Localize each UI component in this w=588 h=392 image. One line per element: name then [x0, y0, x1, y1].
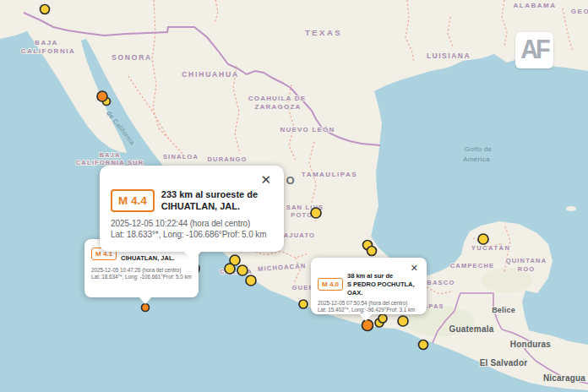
quake-marker[interactable]	[246, 275, 256, 286]
map-label: BAJA	[35, 39, 58, 46]
quake-popup-m40: ✕ M 4.0 38 km al sur de S PEDRO POCHUTLA…	[311, 258, 427, 314]
quake-marker[interactable]	[311, 208, 321, 218]
af-watermark-logo: AF	[515, 32, 553, 68]
map-label: NUEVO LEÓN	[280, 126, 335, 133]
quake-marker[interactable]	[398, 316, 408, 326]
quake-datetime: 2025-12-05 10:22:44 (hora del centro)	[111, 219, 274, 228]
cozumel-island	[566, 206, 576, 211]
map-label: ROO	[518, 265, 536, 273]
map-label: ALABAMA	[514, 2, 557, 9]
quake-marker[interactable]	[41, 5, 50, 14]
map-label: DURANGO	[207, 155, 247, 163]
af-watermark-text: AF	[520, 35, 548, 65]
map-canvas[interactable]: ALABAMAGEORGIATEXASLUISIANABAJACALIFORNI…	[0, 0, 588, 392]
magnitude-badge: M 4.0	[318, 278, 343, 291]
map-label: Belice	[492, 306, 515, 314]
popup-pointer	[183, 251, 202, 261]
map-label: COAHUILA DE	[248, 95, 306, 102]
popup-pointer	[359, 313, 373, 321]
quake-coordinates: Lat: 15.402°*, Long: -96.429°Prof: 3.1 k…	[318, 307, 422, 313]
quake-marker[interactable]	[478, 234, 488, 244]
map-label: QUINTANA	[506, 257, 547, 264]
map-label: América	[463, 155, 490, 163]
map-label: CALIFORNIA	[21, 47, 75, 55]
quake-popup-m44: ✕ M 4.4 233 km al suroeste de CIHUATLAN,…	[100, 166, 284, 252]
map-label: Nicaragua	[543, 373, 585, 383]
earthquake-map-app: ALABAMAGEORGIATEXASLUISIANABAJACALIFORNI…	[0, 0, 588, 392]
map-label: BAJA	[99, 151, 120, 159]
map-label: Honduras	[510, 340, 552, 349]
quake-location: 233 km al suroeste de CIHUATLAN, JAL.	[161, 188, 258, 213]
magnitude-badge: M 4.4	[111, 189, 155, 212]
popup-pointer	[139, 297, 152, 304]
quake-coordinates: Lat: 18.633°*, Long: -106.686°Prof: 5.0 …	[111, 230, 274, 239]
quake-datetime: 2025-12-05 07:50:54 (hora del centro)	[318, 300, 422, 306]
map-label: Guatemala	[449, 324, 494, 334]
quake-location: 38 km al sur de S PEDRO POCHUTLA, OAX.	[347, 272, 422, 297]
map-label: LUISIANA	[427, 52, 471, 60]
quake-marker[interactable]	[419, 340, 428, 350]
map-label: TEXAS	[305, 28, 342, 37]
quake-marker[interactable]	[362, 320, 373, 331]
map-label: ZARAGOZA	[255, 103, 302, 111]
quake-marker[interactable]	[237, 265, 248, 275]
quake-coordinates: Lat: 18.634°*, Long: -106.661°Prof: 5.0 …	[91, 274, 193, 280]
map-label: SINALOA	[163, 153, 199, 161]
map-label: GEORGIA	[571, 8, 588, 15]
quake-marker[interactable]	[225, 264, 235, 274]
quake-marker[interactable]	[97, 91, 107, 101]
map-label: CHIHUAHUA	[182, 70, 239, 79]
map-label: YUCATÁN	[471, 244, 511, 252]
quake-marker[interactable]	[378, 314, 387, 323]
quake-marker[interactable]	[368, 247, 377, 256]
map-label: El Salvador	[480, 358, 528, 368]
close-icon[interactable]: ✕	[260, 173, 271, 186]
map-label: CAMPECHE	[450, 262, 495, 270]
map-label: SONORA	[112, 53, 152, 62]
quake-marker[interactable]	[142, 304, 150, 312]
quake-datetime: 2025-12-05 10:47:26 (hora del centro)	[91, 267, 193, 273]
quake-marker[interactable]	[299, 300, 308, 308]
map-label: Golfo de	[465, 145, 493, 153]
map-label: TAMAULIPAS	[302, 171, 357, 178]
close-icon[interactable]: ✕	[411, 264, 418, 273]
